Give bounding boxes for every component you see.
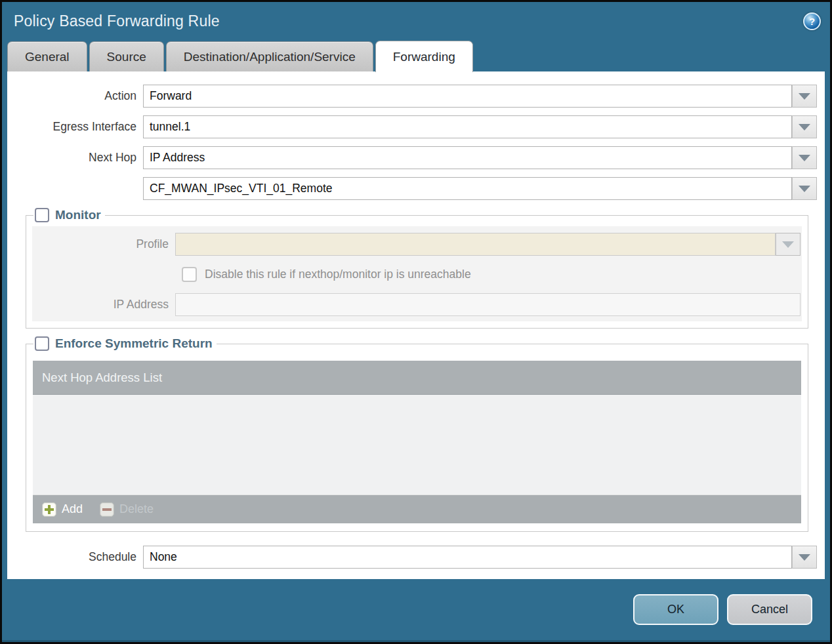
disable-rule-checkbox: [182, 267, 197, 282]
schedule-value[interactable]: None: [143, 546, 792, 569]
ok-button[interactable]: OK: [633, 594, 718, 625]
tab-forwarding[interactable]: Forwarding: [375, 41, 473, 72]
next-hop-address-combo: CF_MWAN_IPsec_VTI_01_Remote: [143, 177, 817, 200]
monitor-panel: Profile Disable this rule if nexthop/mon…: [32, 226, 802, 321]
next-hop-address-list-toolbar: Add Delete: [33, 494, 801, 523]
egress-interface-value[interactable]: tunnel.1: [143, 115, 792, 138]
profile-combo: [175, 233, 801, 256]
egress-interface-dropdown-button[interactable]: [792, 115, 817, 138]
add-button[interactable]: Add: [42, 502, 83, 517]
symmetric-return-legend-label: Enforce Symmetric Return: [55, 336, 213, 351]
schedule-dropdown-button[interactable]: [792, 546, 817, 569]
tab-bar: General Source Destination/Application/S…: [2, 40, 830, 71]
chevron-down-icon: [799, 93, 810, 100]
tab-destination-application-service[interactable]: Destination/Application/Service: [166, 41, 373, 71]
profile-value: [175, 233, 776, 256]
egress-interface-row: Egress Interface tunnel.1: [7, 115, 817, 138]
schedule-combo: None: [143, 546, 817, 569]
next-hop-address-row: CF_MWAN_IPsec_VTI_01_Remote: [7, 177, 817, 200]
tab-content-forwarding: Action Forward Egress Interface tunnel.1…: [7, 71, 825, 579]
profile-row: Profile: [32, 233, 802, 256]
next-hop-address-dropdown-button[interactable]: [792, 177, 817, 200]
next-hop-label: Next Hop: [7, 151, 143, 165]
tab-source[interactable]: Source: [89, 41, 164, 71]
chevron-down-icon: [799, 554, 810, 561]
next-hop-address-list-body[interactable]: [33, 395, 801, 494]
dialog-titlebar: Policy Based Forwarding Rule ?: [2, 2, 830, 40]
schedule-label: Schedule: [7, 550, 143, 564]
cancel-button[interactable]: Cancel: [727, 594, 812, 625]
tab-general[interactable]: General: [7, 41, 87, 71]
plus-icon: [42, 502, 56, 517]
dialog-title: Policy Based Forwarding Rule: [14, 12, 220, 30]
profile-label: Profile: [32, 237, 175, 251]
next-hop-address-list-table: Next Hop Address List Add Delete: [33, 361, 801, 523]
next-hop-address-value[interactable]: CF_MWAN_IPsec_VTI_01_Remote: [143, 177, 792, 200]
chevron-down-icon: [799, 124, 810, 131]
chevron-down-icon: [799, 186, 810, 192]
disable-rule-label: Disable this rule if nexthop/monitor ip …: [205, 268, 471, 281]
schedule-row: Schedule None: [7, 546, 817, 569]
monitor-section: Monitor Profile Disable this rule if nex…: [26, 208, 808, 329]
dialog-footer: OK Cancel: [2, 579, 830, 642]
action-dropdown-button[interactable]: [792, 85, 817, 108]
monitor-checkbox[interactable]: [35, 208, 49, 222]
symmetric-return-legend: Enforce Symmetric Return: [33, 336, 217, 351]
monitor-ip-address-row: IP Address: [32, 293, 802, 316]
policy-based-forwarding-dialog: Policy Based Forwarding Rule ? General S…: [0, 0, 832, 644]
symmetric-return-section: Enforce Symmetric Return Next Hop Addres…: [26, 336, 808, 532]
symmetric-return-checkbox[interactable]: [35, 336, 49, 351]
monitor-ip-address-input: [175, 293, 801, 316]
next-hop-dropdown-button[interactable]: [792, 146, 817, 169]
egress-interface-label: Egress Interface: [7, 120, 143, 134]
next-hop-combo: IP Address: [143, 146, 817, 169]
monitor-legend-label: Monitor: [55, 208, 101, 222]
next-hop-row: Next Hop IP Address: [7, 146, 817, 169]
action-label: Action: [7, 89, 143, 103]
action-row: Action Forward: [7, 85, 817, 108]
delete-button: Delete: [100, 502, 154, 517]
add-button-label: Add: [62, 502, 83, 516]
monitor-ip-address-label: IP Address: [32, 298, 175, 312]
profile-dropdown-button: [776, 233, 801, 256]
chevron-down-icon: [799, 155, 810, 161]
minus-icon: [100, 502, 114, 517]
chevron-down-icon: [782, 241, 794, 248]
delete-button-label: Delete: [119, 502, 154, 516]
monitor-ip-address-field-wrap: [175, 293, 801, 316]
egress-interface-combo: tunnel.1: [143, 115, 817, 138]
next-hop-value[interactable]: IP Address: [143, 146, 792, 169]
next-hop-address-list-header[interactable]: Next Hop Address List: [33, 361, 801, 395]
monitor-legend: Monitor: [33, 208, 105, 222]
action-combo: Forward: [143, 85, 817, 108]
disable-rule-row: Disable this rule if nexthop/monitor ip …: [182, 267, 802, 282]
action-value[interactable]: Forward: [143, 85, 792, 108]
help-icon[interactable]: ?: [803, 12, 821, 30]
